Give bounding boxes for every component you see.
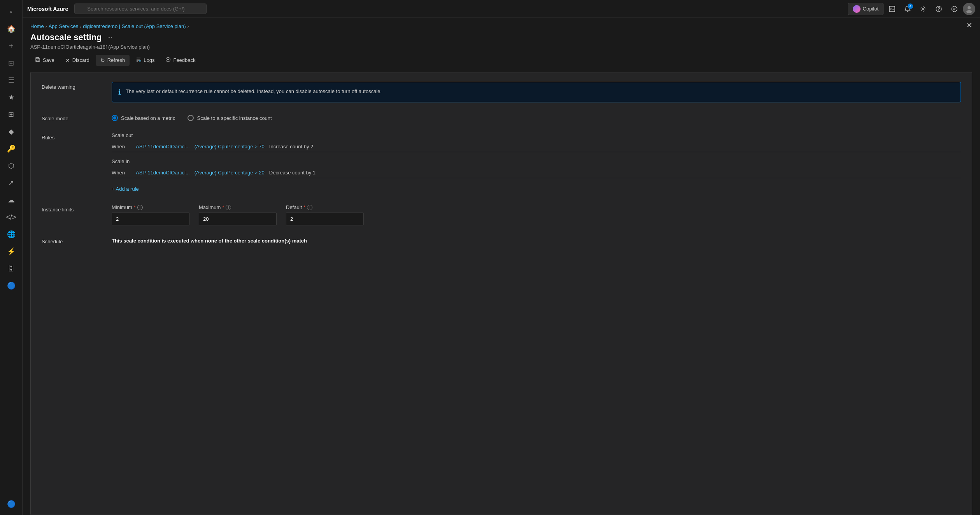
refresh-icon: ↻ xyxy=(100,57,105,63)
sidebar-create-icon[interactable]: + xyxy=(4,38,19,54)
scale-out-label: Scale out xyxy=(112,132,961,138)
scale-out-resource[interactable]: ASP-11demoCIOarticl... xyxy=(136,144,190,149)
save-button[interactable]: Save xyxy=(30,54,59,66)
scale-out-when: When xyxy=(112,144,131,149)
default-required: * xyxy=(303,204,305,210)
instance-limits-row: Instance limits Minimum * i xyxy=(42,204,961,225)
feedback-icon xyxy=(165,57,171,63)
scale-out-rule-row: When ASP-11demoCIOarticl... (Average) Cp… xyxy=(112,141,961,152)
discard-button[interactable]: ✕ Discard xyxy=(61,55,94,66)
refresh-label: Refresh xyxy=(107,57,125,63)
page-title-row: Autoscale setting ··· xyxy=(30,32,972,42)
scale-in-condition[interactable]: (Average) CpuPercentage > 20 xyxy=(195,170,265,176)
breadcrumb-home[interactable]: Home xyxy=(30,23,44,29)
sidebar-key-icon[interactable]: 🔑 xyxy=(4,141,19,156)
sidebar-code-icon[interactable]: </> xyxy=(4,209,19,225)
settings-button[interactable] xyxy=(916,2,930,16)
sidebar-expand-icon[interactable]: » xyxy=(4,4,19,19)
breadcrumb-scale-out[interactable]: digicentredemo | Scale out (App Service … xyxy=(83,23,186,29)
rules-row: Rules Scale out When ASP-11demoCIOarticl… xyxy=(42,132,961,193)
minimum-label: Minimum * i xyxy=(112,204,189,210)
topbar-right: Copilot 4 xyxy=(848,2,975,16)
instance-limits-fields: Minimum * i Maximum * i xyxy=(112,204,961,225)
toolbar: Save ✕ Discard ↻ Refresh Logs Feedback xyxy=(30,54,972,66)
logs-icon xyxy=(136,57,141,63)
default-input[interactable] xyxy=(286,213,364,225)
sidebar-dashboard-icon[interactable]: ⊟ xyxy=(4,55,19,71)
maximum-input[interactable] xyxy=(199,213,277,225)
scale-metric-radio[interactable] xyxy=(112,115,118,121)
scale-instance-label: Scale to a specific instance count xyxy=(197,115,272,121)
scale-in-rule-row: When ASP-11demoCIOarticl... (Average) Cp… xyxy=(112,167,961,178)
feedback-topbar-button[interactable] xyxy=(947,2,961,16)
sidebar-cloud-icon[interactable]: ☁ xyxy=(4,192,19,208)
notification-badge: 4 xyxy=(908,4,913,9)
svg-point-9 xyxy=(139,60,141,62)
default-label: Default * i xyxy=(286,204,364,210)
sidebar-menu-icon[interactable]: ☰ xyxy=(4,72,19,88)
svg-rect-7 xyxy=(37,60,39,62)
sidebar: » 🏠 + ⊟ ☰ ★ ⊞ ◆ 🔑 ⬡ ↗ ☁ </> 🌐 ⚡ 🗄 🔵 🔵 xyxy=(0,0,23,515)
close-button[interactable]: ✕ xyxy=(966,21,972,30)
user-avatar[interactable] xyxy=(963,3,975,15)
sidebar-hex-icon[interactable]: ⬡ xyxy=(4,158,19,174)
scale-metric-option[interactable]: Scale based on a metric xyxy=(112,115,175,121)
page-title: Autoscale setting xyxy=(30,32,102,42)
save-icon xyxy=(35,57,40,63)
svg-point-6 xyxy=(966,10,972,13)
breadcrumb-app-services[interactable]: App Services xyxy=(49,23,79,29)
scale-in-resource[interactable]: ASP-11demoCIOarticl... xyxy=(136,170,190,176)
terminal-button[interactable] xyxy=(885,2,899,16)
svg-point-1 xyxy=(922,8,924,10)
sidebar-home-icon[interactable]: 🏠 xyxy=(4,21,19,37)
main-panel: Delete warning ℹ The very last or defaul… xyxy=(30,72,972,515)
maximum-info-icon[interactable]: i xyxy=(226,205,231,210)
breadcrumb-sep-1: › xyxy=(46,24,47,29)
notifications-button[interactable]: 4 xyxy=(901,2,915,16)
default-info-icon[interactable]: i xyxy=(307,205,312,210)
scale-mode-label: Scale mode xyxy=(42,113,104,121)
scale-out-section: Scale out When ASP-11demoCIOarticl... (A… xyxy=(112,132,961,152)
svg-rect-8 xyxy=(37,58,39,59)
page-more-button[interactable]: ··· xyxy=(105,33,114,42)
scale-out-action: Increase count by 2 xyxy=(269,144,313,149)
scale-instance-option[interactable]: Scale to a specific instance count xyxy=(188,115,272,121)
scale-out-condition[interactable]: (Average) CpuPercentage > 70 xyxy=(195,144,265,149)
schedule-content: This scale condition is executed when no… xyxy=(112,236,961,244)
svg-point-3 xyxy=(938,10,939,11)
maximum-label: Maximum * i xyxy=(199,204,277,210)
sidebar-favorites-icon[interactable]: ★ xyxy=(4,90,19,105)
feedback-button[interactable]: Feedback xyxy=(161,54,200,66)
breadcrumb-sep-2: › xyxy=(80,24,81,29)
refresh-button[interactable]: ↻ Refresh xyxy=(96,55,130,66)
logs-label: Logs xyxy=(144,57,154,63)
copilot-button[interactable]: Copilot xyxy=(848,3,884,15)
feedback-label: Feedback xyxy=(173,57,195,63)
sidebar-circle-icon[interactable]: 🔵 xyxy=(4,278,19,294)
scale-mode-content: Scale based on a metric Scale to a speci… xyxy=(112,113,961,121)
add-rule-link[interactable]: + Add a rule xyxy=(112,185,139,193)
sidebar-arrow-icon[interactable]: ↗ xyxy=(4,175,19,191)
sidebar-db-icon[interactable]: 🗄 xyxy=(4,261,19,276)
topbar: Microsoft Azure 🔍 Copilot 4 xyxy=(23,0,980,18)
schedule-text: This scale condition is executed when no… xyxy=(112,236,961,244)
sidebar-bolt-icon[interactable]: ⚡ xyxy=(4,244,19,259)
svg-point-13 xyxy=(168,59,169,60)
instance-limits-label: Instance limits xyxy=(42,204,104,213)
breadcrumb-sep-3: › xyxy=(188,24,189,29)
minimum-required: * xyxy=(134,204,136,210)
search-input[interactable] xyxy=(74,4,207,14)
sidebar-diamond-icon[interactable]: ◆ xyxy=(4,124,19,139)
minimum-input[interactable] xyxy=(112,213,189,225)
scale-instance-radio[interactable] xyxy=(188,115,194,121)
maximum-required: * xyxy=(222,204,224,210)
svg-point-5 xyxy=(968,6,971,9)
sidebar-apps-icon[interactable]: ⊞ xyxy=(4,107,19,122)
scale-in-section: Scale in When ASP-11demoCIOarticl... (Av… xyxy=(112,158,961,178)
schedule-label: Schedule xyxy=(42,236,104,244)
help-button[interactable] xyxy=(932,2,946,16)
sidebar-globe-icon[interactable]: 🌐 xyxy=(4,227,19,242)
logs-button[interactable]: Logs xyxy=(131,54,159,66)
sidebar-bottom-icon[interactable]: 🔵 xyxy=(4,496,19,512)
minimum-info-icon[interactable]: i xyxy=(137,205,143,210)
